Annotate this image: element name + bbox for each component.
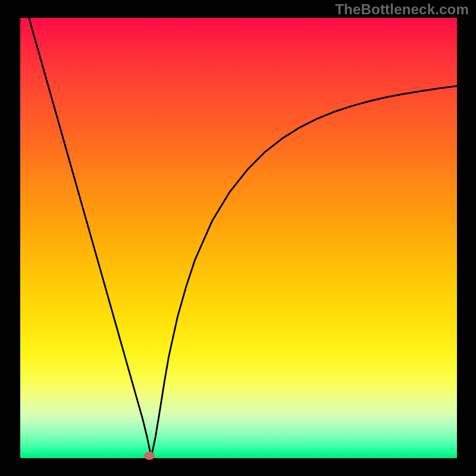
watermark-text: TheBottleneck.com (335, 1, 469, 18)
curve-line (29, 18, 457, 453)
curve-svg (20, 18, 457, 458)
chart-frame: TheBottleneck.com (0, 0, 476, 476)
minimum-marker-dot (144, 452, 155, 460)
